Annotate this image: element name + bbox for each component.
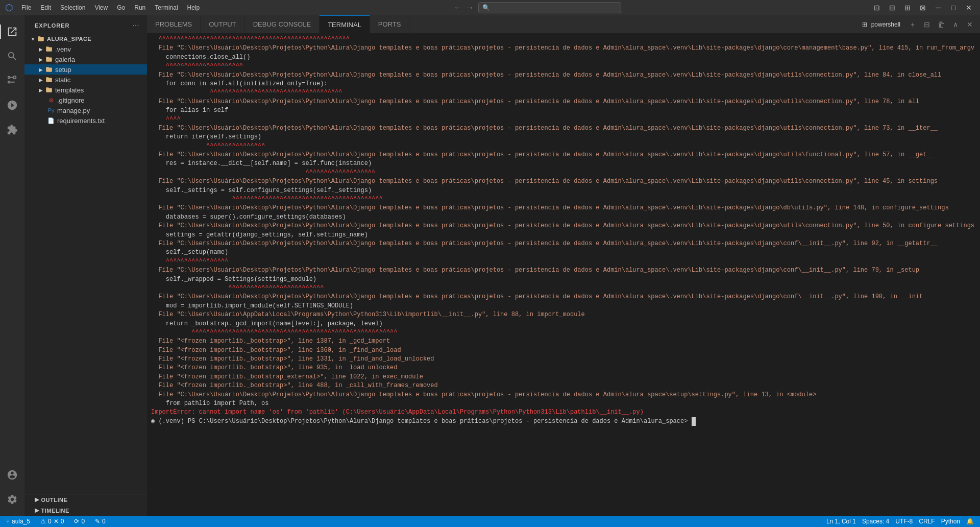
search-input[interactable]: alura_space <box>478 2 621 13</box>
maximize-btn[interactable]: □ <box>947 2 960 14</box>
term-line: File "C:\Users\Usuário\Desktop\Projetos\… <box>151 222 976 230</box>
outline-label: OUTLINE <box>41 497 68 503</box>
add-terminal-btn[interactable]: + <box>906 18 919 31</box>
gitignore-label: .gitignore <box>57 97 84 104</box>
menu-help[interactable]: Help <box>183 2 204 13</box>
status-encoding[interactable]: UTF-8 <box>893 518 915 525</box>
status-language[interactable]: Python <box>939 518 962 525</box>
nav-forward-btn[interactable]: → <box>466 3 474 12</box>
maximize-panel-btn[interactable]: ∧ <box>949 18 962 31</box>
status-git-branch[interactable]: ⑂ aula_5 <box>4 516 32 527</box>
static-label: static <box>55 76 70 84</box>
term-line: ^^^^^^^^^^^^^^^^^^^^^ <box>151 62 976 70</box>
term-line: ^^^^^^^^^^^^^^^^ <box>151 142 976 151</box>
tab-output[interactable]: OUTPUT <box>201 15 244 33</box>
menu-go[interactable]: Go <box>113 2 129 13</box>
git-branch-name: aula_5 <box>12 518 30 525</box>
sidebar-title: EXPLORER <box>35 22 70 29</box>
activity-item-account[interactable] <box>0 463 24 487</box>
status-sync[interactable]: ⟳ 0 <box>72 516 87 527</box>
terminal-type-icon: ⊞ <box>862 21 867 28</box>
menu-edit[interactable]: Edit <box>36 2 55 13</box>
activity-item-settings[interactable] <box>0 487 24 512</box>
menu-run[interactable]: Run <box>130 2 150 13</box>
split-terminal-btn[interactable]: ⊟ <box>921 18 933 31</box>
status-warnings[interactable]: ⚠ 0 ✕ 0 <box>38 516 66 527</box>
sidebar-more-actions-btn[interactable]: ··· <box>131 20 141 31</box>
venv-label: .venv <box>55 45 71 53</box>
tree-item-venv[interactable]: ▶ .venv <box>24 44 147 54</box>
activity-item-explorer[interactable] <box>0 19 24 44</box>
tree-item-static[interactable]: ▶ static <box>24 75 147 85</box>
tree-item-managepy[interactable]: Py manage.py <box>24 105 147 115</box>
term-line: mod = importlib.import_module(self.SETTI… <box>151 302 976 310</box>
status-indent[interactable]: Spaces: 4 <box>860 518 891 525</box>
timeline-header[interactable]: ▶ TIMELINE <box>24 505 147 516</box>
term-line: File "C:\Users\Usuário\Desktop\Projetos\… <box>151 177 976 186</box>
term-line: self._settings = self.configure_settings… <box>151 186 976 195</box>
tree-root[interactable]: ▾ ALURA_SPACE <box>24 34 147 44</box>
menu-terminal[interactable]: Terminal <box>151 2 182 13</box>
term-line: connections.close_all() <box>151 53 976 62</box>
outline-section: ▶ OUTLINE <box>24 494 147 505</box>
tree-item-galeria[interactable]: ▶ galeria <box>24 54 147 64</box>
title-bar-left: ⬡ File Edit Selection View Go Run Termin… <box>5 2 204 13</box>
kill-terminal-btn[interactable]: 🗑 <box>935 18 947 31</box>
sidebar-actions: ··· <box>131 20 141 31</box>
activity-item-extensions[interactable] <box>0 117 24 142</box>
setup-label: setup <box>55 66 71 74</box>
layout-icon-4[interactable]: ⊠ <box>917 2 929 14</box>
layout-icon-2[interactable]: ⊟ <box>886 2 898 14</box>
activity-item-source-control[interactable] <box>0 68 24 93</box>
tab-problems[interactable]: PROBLEMS <box>147 15 201 33</box>
tab-terminal-label: TERMINAL <box>328 21 361 29</box>
activity-item-run-debug[interactable] <box>0 93 24 117</box>
line-ending-text: CRLF <box>919 518 935 525</box>
menu-view[interactable]: View <box>90 2 112 13</box>
minimize-btn[interactable]: ─ <box>932 2 944 14</box>
layout-icon-3[interactable]: ⊞ <box>901 2 914 14</box>
sidebar: EXPLORER ··· ▾ ALURA_SPACE ▶ .venv <box>24 15 147 516</box>
tab-terminal[interactable]: TERMINAL <box>320 15 370 33</box>
tab-output-label: OUTPUT <box>209 20 236 28</box>
status-notifications[interactable]: 🔔 <box>964 518 976 525</box>
status-cursor-position[interactable]: Ln 1, Col 1 <box>824 518 858 525</box>
term-line: ^^^^^^^^^^^^^^^^^^^^^^^^^^^^^^^^^^^^^^^^… <box>151 328 976 337</box>
menu-file[interactable]: File <box>17 2 35 13</box>
outline-arrow-icon: ▶ <box>35 496 39 503</box>
term-line: File "C:\Users\Usuário\Desktop\Projetos\… <box>151 391 976 399</box>
status-line-ending[interactable]: CRLF <box>917 518 937 525</box>
term-line: File "C:\Users\Usuário\Desktop\Projetos\… <box>151 293 976 301</box>
layout-icon-1[interactable]: ⊡ <box>871 2 883 14</box>
term-line: File "C:\Users\Usuário\Desktop\Projetos\… <box>151 124 976 133</box>
activity-item-search[interactable] <box>0 44 24 68</box>
tree-item-setup[interactable]: ▶ setup <box>24 64 147 75</box>
requirementstxt-icon: 📄 <box>47 116 55 125</box>
terminal-content[interactable]: ^^^^^^^^^^^^^^^^^^^^^^^^^^^^^^^^^^^^^^^^… <box>147 33 980 516</box>
outline-header[interactable]: ▶ OUTLINE <box>24 494 147 505</box>
git-branch-icon: ⑂ <box>6 518 10 525</box>
app: EXPLORER ··· ▾ ALURA_SPACE ▶ .venv <box>0 15 980 516</box>
status-edits[interactable]: ✎ 0 <box>93 516 108 527</box>
sidebar-header: EXPLORER ··· <box>24 15 147 34</box>
tree-item-templates[interactable]: ▶ templates <box>24 85 147 95</box>
gitignore-arrow <box>43 96 47 104</box>
language-text: Python <box>941 518 960 525</box>
term-line: ^^^^^^^^^^^^^^^^^^^ <box>151 169 976 177</box>
status-right: Ln 1, Col 1 Spaces: 4 UTF-8 CRLF Python … <box>824 518 976 525</box>
term-line: ^^^^ <box>151 115 976 124</box>
tab-debug-console[interactable]: DEBUG CONSOLE <box>245 15 320 33</box>
tab-ports[interactable]: PORTS <box>370 15 410 33</box>
close-btn[interactable]: ✕ <box>963 2 975 14</box>
edit-count: 0 <box>102 518 106 525</box>
term-line: settings = getattr(django_settings, self… <box>151 231 976 239</box>
search-icon: 🔍 <box>482 4 490 11</box>
term-line: File "C:\Users\Usuário\Desktop\Projetos\… <box>151 239 976 248</box>
close-panel-btn[interactable]: ✕ <box>964 18 976 31</box>
term-line: File "<frozen importlib._bootstrap_exter… <box>151 373 976 381</box>
nav-back-btn[interactable]: ← <box>454 3 462 12</box>
tree-item-gitignore[interactable]: ⊘ .gitignore <box>24 95 147 105</box>
root-label: ALURA_SPACE <box>47 36 91 42</box>
menu-selection[interactable]: Selection <box>56 2 89 13</box>
tree-item-requirementstxt[interactable]: 📄 requirements.txt <box>24 115 147 126</box>
